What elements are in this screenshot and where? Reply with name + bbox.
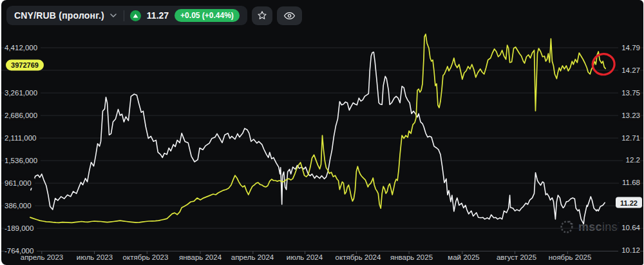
chevron-down-icon <box>110 14 117 17</box>
last-price: 11.27 <box>147 10 169 21</box>
symbol-selector[interactable]: CNY/RUB (пролонг.) 11.27 +0.05 (+0.44%) <box>6 6 247 25</box>
toolbar-divider <box>124 10 124 21</box>
toolbar: CNY/RUB (пролонг.) 11.27 +0.05 (+0.44%) <box>6 6 302 25</box>
yellow-series-line <box>30 34 605 222</box>
star-button[interactable] <box>252 6 272 25</box>
star-icon <box>257 10 267 21</box>
change-badge: +0.05 (+0.44%) <box>175 9 240 22</box>
window-frame: mscinsider 3972769 11.22 4,412,0003,261,… <box>0 0 644 265</box>
app-background: mscinsider 3972769 11.22 4,412,0003,261,… <box>1 0 643 265</box>
watch-eye-button[interactable] <box>277 6 302 25</box>
arrow-up-icon <box>130 10 141 21</box>
symbol-name: CNY/RUB (пролонг.) <box>14 10 104 21</box>
eye-icon <box>283 11 296 21</box>
chart-area[interactable] <box>1 0 643 265</box>
